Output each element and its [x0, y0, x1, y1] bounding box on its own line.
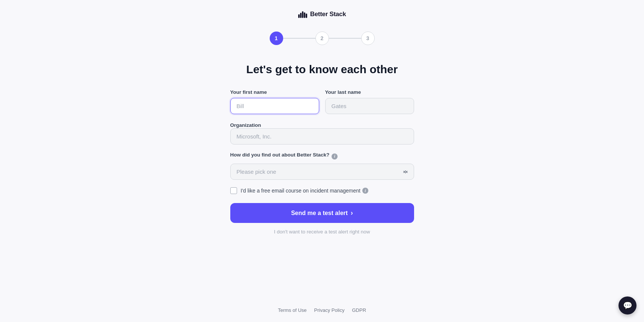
logo-icon — [298, 11, 307, 18]
source-info-icon[interactable]: i — [332, 153, 338, 159]
header: Better Stack — [298, 11, 346, 18]
checkbox-info-icon[interactable]: i — [362, 188, 368, 194]
step-line-2 — [329, 38, 361, 39]
step-line-1 — [283, 38, 315, 39]
gdpr-link[interactable]: GDPR — [352, 307, 366, 313]
chat-icon: 💬 — [623, 301, 632, 310]
organization-group: Organization — [230, 122, 414, 144]
organization-label: Organization — [230, 122, 261, 128]
last-name-group: Your last name — [325, 89, 414, 114]
svg-rect-3 — [304, 12, 305, 18]
source-label: How did you find out about Better Stack? — [230, 152, 330, 158]
form-container: Let's get to know each other Your first … — [230, 63, 414, 241]
footer: Terms of Use Privacy Policy GDPR — [278, 307, 366, 313]
logo-svg — [298, 11, 307, 18]
source-select[interactable]: Please pick one Google Search Twitter / … — [230, 164, 414, 180]
svg-rect-0 — [298, 14, 300, 18]
submit-button[interactable]: Send me a test alert › — [230, 203, 414, 223]
skip-link[interactable]: I don't want to receive a test alert rig… — [230, 229, 414, 235]
step-1: 1 — [270, 32, 283, 45]
organization-input[interactable] — [230, 128, 414, 144]
chat-button[interactable]: 💬 — [618, 296, 636, 314]
email-course-checkbox[interactable] — [230, 187, 237, 194]
step-3: 3 — [361, 32, 375, 45]
first-name-input[interactable] — [230, 98, 319, 114]
svg-rect-4 — [306, 14, 307, 18]
email-course-label[interactable]: I'd like a free email course on incident… — [241, 188, 368, 194]
logo-text: Better Stack — [310, 11, 346, 18]
terms-link[interactable]: Terms of Use — [278, 307, 307, 313]
svg-rect-1 — [300, 13, 302, 18]
step-2: 2 — [315, 32, 329, 45]
email-course-row: I'd like a free email course on incident… — [230, 187, 414, 194]
submit-arrow-icon: › — [351, 209, 353, 217]
page-title: Let's get to know each other — [246, 63, 398, 76]
first-name-group: Your first name — [230, 89, 319, 114]
name-row: Your first name Your last name — [230, 89, 414, 114]
step-indicators: 1 2 3 — [270, 32, 375, 45]
source-label-row: How did you find out about Better Stack?… — [230, 152, 414, 161]
source-group: How did you find out about Better Stack?… — [230, 152, 414, 180]
submit-button-label: Send me a test alert — [291, 210, 348, 217]
last-name-input[interactable] — [325, 98, 414, 114]
privacy-link[interactable]: Privacy Policy — [314, 307, 345, 313]
last-name-label: Your last name — [325, 89, 414, 95]
first-name-label: Your first name — [230, 89, 319, 95]
form: Your first name Your last name Organizat… — [230, 89, 414, 241]
svg-rect-2 — [302, 11, 303, 18]
